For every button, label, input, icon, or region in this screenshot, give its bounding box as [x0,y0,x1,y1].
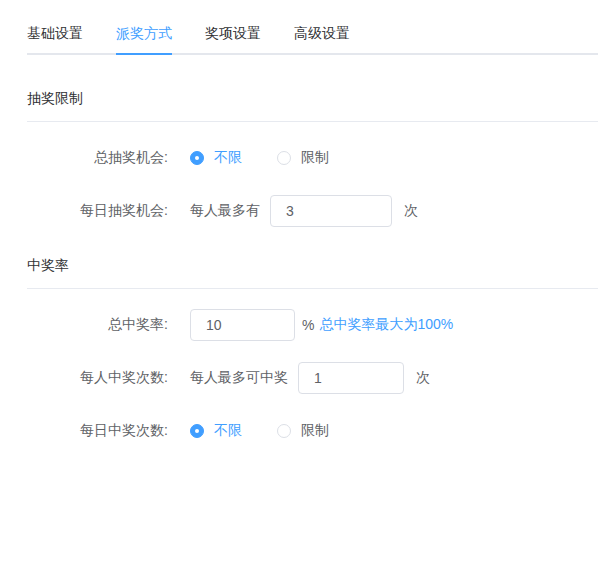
radio-label-unlimited: 不限 [214,149,242,167]
per-person-wins-suffix-text: 次 [416,369,430,387]
form-row-daily-draw-chances: 每日抽奖机会: 每人最多有 次 [27,195,600,227]
per-person-wins-prefix-text: 每人最多可中奖 [190,369,288,387]
radio-selected-icon [190,151,204,165]
per-person-wins-label: 每人中奖次数: [27,369,190,387]
win-rate-max-hint-link[interactable]: 总中奖率最大为100% [319,316,453,334]
radio-daily-wins-limited[interactable]: 限制 [277,422,329,440]
radio-label-unlimited: 不限 [214,422,242,440]
daily-draw-chances-label: 每日抽奖机会: [27,202,190,220]
tab-basic-settings[interactable]: 基础设置 [27,13,83,53]
radio-total-draw-unlimited[interactable]: 不限 [190,149,242,167]
tab-prize-settings[interactable]: 奖项设置 [205,13,261,53]
section-title-win-rate: 中奖率 [27,257,573,273]
radio-unselected-icon [277,424,291,438]
total-draw-radio-group: 不限 限制 [190,149,364,167]
form-row-daily-wins: 每日中奖次数: 不限 限制 [27,415,600,447]
tab-prize-method[interactable]: 派奖方式 [116,13,172,53]
form-row-per-person-wins: 每人中奖次数: 每人最多可中奖 次 [27,362,600,394]
radio-daily-wins-unlimited[interactable]: 不限 [190,422,242,440]
total-win-rate-label: 总中奖率: [27,316,190,334]
radio-label-limited: 限制 [301,422,329,440]
daily-wins-label: 每日中奖次数: [27,422,190,440]
form-row-total-draw-chances: 总抽奖机会: 不限 限制 [27,142,600,174]
radio-total-draw-limited[interactable]: 限制 [277,149,329,167]
section-title-draw-limit: 抽奖限制 [27,90,573,106]
per-person-wins-input[interactable] [298,362,404,394]
daily-draw-suffix-text: 次 [404,202,418,220]
daily-wins-radio-group: 不限 限制 [190,422,364,440]
form-row-total-win-rate: 总中奖率: % 总中奖率最大为100% [27,309,600,341]
radio-label-limited: 限制 [301,149,329,167]
total-win-rate-input[interactable] [190,309,295,341]
total-draw-chances-label: 总抽奖机会: [27,149,190,167]
radio-selected-icon [190,424,204,438]
radio-unselected-icon [277,151,291,165]
daily-draw-count-input[interactable] [270,195,392,227]
section-divider [27,288,598,289]
tab-advanced-settings[interactable]: 高级设置 [294,13,350,53]
percent-unit-text: % [302,317,314,333]
daily-draw-prefix-text: 每人最多有 [190,202,260,220]
tab-bar: 基础设置 派奖方式 奖项设置 高级设置 [27,13,598,55]
section-divider [27,121,598,122]
